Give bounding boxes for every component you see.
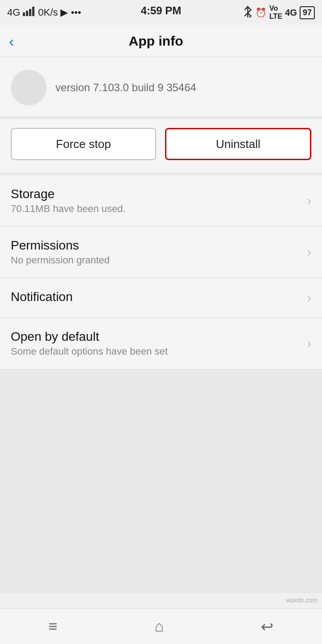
alarm-icon: ⏰ — [255, 7, 267, 18]
status-bar: 4G 0K/s ▶ ••• 4:59 PM ⏰ VoLTE 4G 97 — [0, 0, 322, 25]
chevron-icon: › — [307, 194, 311, 208]
open-by-default-title: Open by default — [11, 330, 302, 344]
notification-content: Notification — [11, 290, 302, 306]
chevron-icon: › — [307, 291, 311, 305]
notification-item[interactable]: Notification › — [0, 278, 322, 318]
status-right: ⏰ VoLTE 4G 97 — [243, 4, 315, 21]
status-time: 4:59 PM — [141, 4, 182, 17]
4g-label: 4G — [285, 8, 297, 18]
storage-item[interactable]: Storage 70.11MB have been used. › — [0, 175, 322, 227]
permissions-content: Permissions No permission granted — [11, 238, 302, 266]
menu-nav-button[interactable]: ≡ — [49, 618, 58, 635]
uninstall-button[interactable]: Uninstall — [165, 128, 311, 160]
bottom-fill — [0, 369, 322, 593]
notification-title: Notification — [11, 290, 302, 304]
permissions-item[interactable]: Permissions No permission granted › — [0, 227, 322, 278]
app-info-section: version 7.103.0 build 9 35464 — [0, 57, 322, 119]
watermark: wsxdn.com — [286, 597, 318, 604]
dots-icon: ••• — [71, 7, 81, 18]
battery-level: 97 — [303, 8, 312, 17]
cast-icon: ▶ — [60, 7, 68, 18]
status-left: 4G 0K/s ▶ ••• — [7, 6, 81, 19]
back-nav-button[interactable]: ↩ — [261, 618, 273, 636]
back-button[interactable]: ‹ — [9, 34, 14, 49]
data-speed: 0K/s — [38, 7, 58, 18]
settings-list: Storage 70.11MB have been used. › Permis… — [0, 175, 322, 369]
page-title: App info — [23, 34, 289, 49]
open-by-default-subtitle: Some default options have been set — [11, 346, 302, 357]
chevron-icon: › — [307, 245, 311, 259]
storage-subtitle: 70.11MB have been used. — [11, 203, 302, 215]
buttons-row: Force stop Uninstall — [0, 119, 322, 175]
battery-indicator: 97 — [300, 6, 315, 19]
home-nav-button[interactable]: ⌂ — [155, 618, 164, 635]
svg-rect-1 — [26, 11, 28, 16]
chevron-icon: › — [307, 336, 311, 351]
storage-content: Storage 70.11MB have been used. — [11, 187, 302, 215]
svg-rect-0 — [23, 13, 25, 16]
permissions-subtitle: No permission granted — [11, 254, 302, 266]
svg-rect-2 — [29, 9, 31, 16]
storage-title: Storage — [11, 187, 302, 201]
volte-icon: VoLTE — [269, 4, 282, 21]
nav-bar: ≡ ⌂ ↩ — [0, 608, 322, 644]
signal-bars — [23, 6, 35, 19]
open-by-default-content: Open by default Some default options hav… — [11, 330, 302, 357]
force-stop-button[interactable]: Force stop — [11, 128, 156, 160]
network-indicator: 4G — [7, 7, 20, 18]
open-by-default-item[interactable]: Open by default Some default options hav… — [0, 318, 322, 369]
app-icon — [11, 70, 47, 106]
toolbar: ‹ App info — [0, 25, 322, 57]
svg-rect-3 — [32, 7, 34, 16]
permissions-title: Permissions — [11, 238, 302, 253]
app-version: version 7.103.0 build 9 35464 — [55, 81, 196, 93]
bluetooth-icon — [243, 6, 253, 20]
